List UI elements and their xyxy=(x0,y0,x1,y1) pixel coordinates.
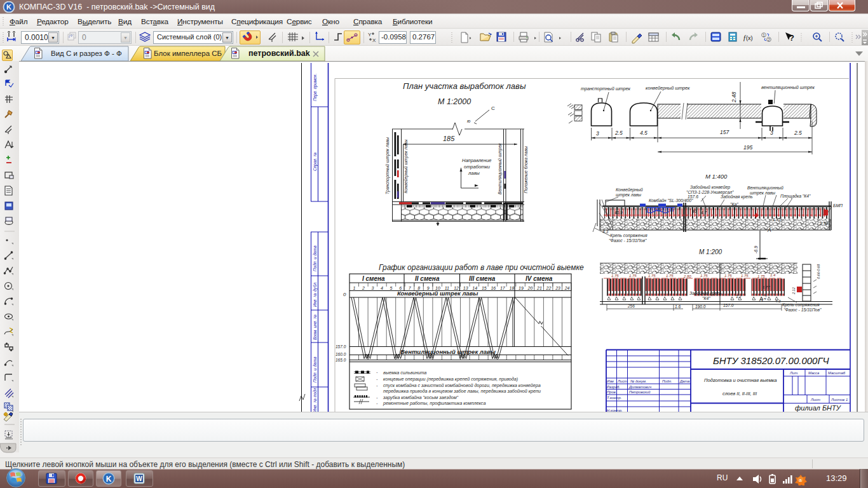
svg-text:3: 3 xyxy=(770,130,773,136)
svg-text:выемка сильвинита: выемка сильвинита xyxy=(383,370,426,376)
svg-text:160.0: 160.0 xyxy=(336,352,346,356)
svg-text:Справ. №: Справ. № xyxy=(313,152,318,171)
svg-text:165.0: 165.0 xyxy=(336,358,346,362)
svg-text:4: 4 xyxy=(381,286,383,290)
svg-text:Т.контр.: Т.контр. xyxy=(607,396,621,400)
svg-text:филиал БНТУ: филиал БНТУ xyxy=(795,404,841,412)
svg-text:Забойная крепь: Забойная крепь xyxy=(721,194,753,200)
svg-text:Вентиляционный: Вентиляционный xyxy=(747,186,783,191)
svg-text:1.75: 1.75 xyxy=(724,274,732,278)
svg-text:Забойная крепь: Забойная крепь xyxy=(689,291,722,296)
svg-text:3: 3 xyxy=(372,286,374,290)
svg-text:План участка выработок лавы: План участка выработок лавы xyxy=(403,81,526,91)
svg-text:3: 3 xyxy=(596,130,599,137)
svg-text:Забойный конвейер: Забойный конвейер xyxy=(690,185,730,190)
svg-text:W: W xyxy=(136,475,142,482)
svg-text:-: - xyxy=(376,395,378,400)
svg-text:I смена: I смена xyxy=(362,275,385,282)
svg-text:1.75: 1.75 xyxy=(741,274,749,278)
svg-text:Лист: Лист xyxy=(617,379,627,383)
svg-text:слоев II, II-III, III: слоев II, II-III, III xyxy=(722,391,757,396)
svg-text:46.9: 46.9 xyxy=(614,210,623,215)
svg-text:Вентиляционный штрек лавы: Вентиляционный штрек лавы xyxy=(400,348,496,355)
svg-text:Подп. и дата: Подп. и дата xyxy=(313,356,317,383)
svg-text:ремонтные работы, профилактика: ремонтные работы, профилактика комплекса xyxy=(383,400,485,406)
svg-text:1.77: 1.77 xyxy=(763,285,770,289)
svg-text:Комбайн "SL-300/400": Комбайн "SL-300/400" xyxy=(649,198,693,203)
svg-text:М 1:400: М 1:400 xyxy=(705,173,728,180)
svg-text:Крепь сопряжения: Крепь сопряжения xyxy=(782,302,820,308)
svg-text:БМП: БМП xyxy=(833,203,843,208)
svg-text:4.3: 4.3 xyxy=(602,229,608,234)
svg-text:1.75: 1.75 xyxy=(648,274,656,278)
svg-text:Направление: Направление xyxy=(462,158,492,163)
svg-text:(x): (x) xyxy=(746,35,753,41)
svg-text:III смена: III смена xyxy=(469,275,496,282)
svg-text:Масса: Масса xyxy=(808,371,820,375)
svg-text:20: 20 xyxy=(527,286,533,290)
svg-text:Долматович: Долматович xyxy=(628,385,651,389)
svg-text:18: 18 xyxy=(510,286,515,290)
svg-text:Лит.: Лит. xyxy=(789,371,799,375)
svg-text:вентиляционный штрек: вентиляционный штрек xyxy=(761,85,815,90)
svg-text:Площадка "К4": Площадка "К4" xyxy=(780,194,811,199)
svg-text:петровский.bak: петровский.bak xyxy=(248,49,310,58)
svg-text:2.5: 2.5 xyxy=(794,130,802,136)
svg-text:-6.9: -6.9 xyxy=(754,246,758,254)
svg-text:1.6: 1.6 xyxy=(675,304,681,309)
svg-text:256: 256 xyxy=(627,304,635,308)
svg-text:Инв. № подл.: Инв. № подл. xyxy=(313,386,317,412)
svg-text:1.75: 1.75 xyxy=(629,274,637,278)
svg-text:0: 0 xyxy=(343,292,346,297)
svg-text:157: 157 xyxy=(720,129,729,135)
svg-text:Конвейерный: Конвейерный xyxy=(616,187,643,193)
svg-text:отработки: отработки xyxy=(464,164,491,170)
svg-text:1: 1 xyxy=(353,286,356,290)
svg-text:1.75: 1.75 xyxy=(666,274,674,278)
svg-text:Разраб.: Разраб. xyxy=(607,385,620,389)
svg-text:Пров.: Пров. xyxy=(607,390,616,394)
svg-text:40: 40 xyxy=(692,209,697,214)
svg-text:2.5: 2.5 xyxy=(614,130,623,136)
svg-text:Вентиляционный штрек: Вентиляционный штрек xyxy=(498,143,503,194)
svg-text:?: ? xyxy=(789,33,794,43)
svg-text:ю: ю xyxy=(467,119,471,123)
svg-text:2.70: 2.70 xyxy=(819,221,828,226)
svg-text:транспортный штрек: транспортный штрек xyxy=(581,86,630,92)
svg-text:0.66-0.68: 0.66-0.68 xyxy=(817,264,820,279)
svg-text:X: X xyxy=(372,37,376,43)
svg-text:А: А xyxy=(767,227,771,233)
svg-text:-: - xyxy=(376,376,378,382)
svg-text:БНТУ 318520.07.00.000ГЧ: БНТУ 318520.07.00.000ГЧ xyxy=(713,355,830,366)
svg-text:K: K xyxy=(6,3,11,11)
svg-text:Масштаб: Масштаб xyxy=(828,371,846,375)
svg-text:-: - xyxy=(376,369,378,375)
svg-text:4.7: 4.7 xyxy=(701,210,707,215)
svg-text:195: 195 xyxy=(743,144,752,151)
svg-text:II смена: II смена xyxy=(415,275,440,282)
svg-text:a: a xyxy=(799,477,802,483)
svg-text:24: 24 xyxy=(564,286,570,290)
svg-text:-: - xyxy=(376,383,378,388)
svg-text:Дата: Дата xyxy=(679,379,690,383)
svg-text:157.0: 157.0 xyxy=(723,303,734,308)
svg-text:Положение блока лавы: Положение блока лавы xyxy=(524,146,528,193)
svg-text:1.75: 1.75 xyxy=(700,274,708,278)
svg-text:Подготовка и очистная выемка: Подготовка и очистная выемка xyxy=(704,377,777,383)
svg-text:С: С xyxy=(491,105,495,111)
svg-text:17: 17 xyxy=(500,286,506,290)
svg-text:передвижка привода в концевом: передвижка привода в концевом забое лавы… xyxy=(383,388,541,394)
svg-text:1.4: 1.4 xyxy=(770,273,776,277)
svg-text:-: - xyxy=(376,400,378,406)
svg-text:1.75: 1.75 xyxy=(757,274,765,278)
svg-text:Инв. № дубл.: Инв. № дубл. xyxy=(313,281,318,307)
svg-text:штрек лавы: штрек лавы xyxy=(616,193,641,198)
svg-text:Изм: Изм xyxy=(607,379,614,383)
svg-text:Взам. инв. №: Взам. инв. № xyxy=(313,315,317,340)
svg-text:5: 5 xyxy=(390,286,393,290)
svg-text:Подп. и дата: Подп. и дата xyxy=(313,245,317,271)
svg-text:Транспортный штрек лавы: Транспортный штрек лавы xyxy=(385,137,390,194)
svg-text:2: 2 xyxy=(768,37,770,42)
svg-text:190.0: 190.0 xyxy=(695,304,706,309)
svg-text:2.48: 2.48 xyxy=(731,92,737,103)
